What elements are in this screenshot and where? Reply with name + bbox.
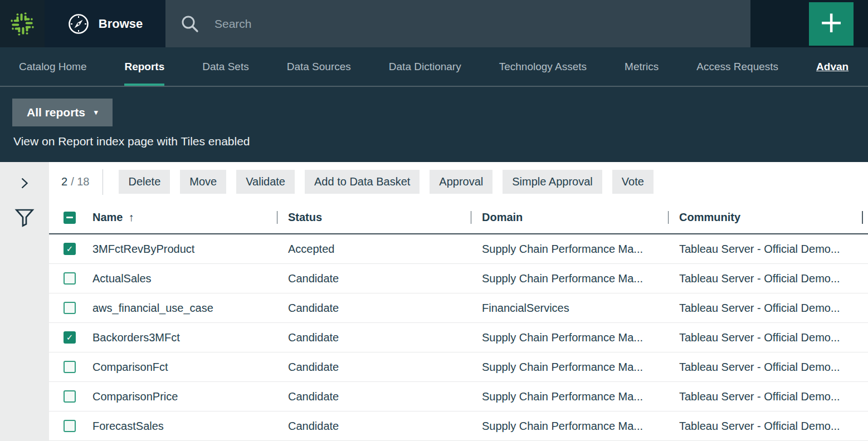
filter-sidebar (0, 162, 49, 441)
row-checkbox[interactable]: ✓ (64, 331, 76, 344)
tab-metrics[interactable]: Metrics (606, 47, 677, 86)
tab-reports[interactable]: Reports (105, 47, 183, 86)
table-header: Name↑ Status Domain Community (49, 202, 868, 234)
row-domain: Supply Chain Performance Ma... (471, 272, 668, 285)
row-checkbox[interactable] (64, 272, 76, 285)
row-name[interactable]: ComparisonFct (92, 361, 277, 374)
table-row: ComparisonFctCandidateSupply Chain Perfo… (49, 352, 868, 382)
filter-icon (14, 208, 35, 227)
filter-button[interactable] (13, 207, 36, 230)
check-icon: ✓ (66, 334, 74, 342)
bulk-actions-toolbar: 2/ 18 DeleteMoveValidateAdd to Data Bask… (49, 162, 868, 202)
table-row: ActualSalesCandidateSupply Chain Perform… (49, 264, 868, 293)
row-domain: Supply Chain Performance Ma... (471, 243, 668, 256)
row-status: Accepted (277, 243, 471, 256)
table-row: ForecastSalesCandidateSupply Chain Perfo… (49, 411, 868, 441)
content-area: 2/ 18 DeleteMoveValidateAdd to Data Bask… (0, 162, 868, 441)
row-community: Tableau Server - Official Demo... (668, 302, 868, 315)
row-domain: FinancialServices (471, 302, 668, 315)
row-status: Candidate (277, 302, 471, 315)
search-input[interactable] (214, 17, 750, 31)
row-name[interactable]: aws_financial_use_case (92, 302, 277, 315)
table-row: ✓Backorders3MFctCandidateSupply Chain Pe… (49, 323, 868, 352)
table-row: ComparisonPriceCandidateSupply Chain Per… (49, 382, 868, 411)
row-domain: Supply Chain Performance Ma... (471, 331, 668, 344)
add-to-data-basket-button[interactable]: Add to Data Basket (305, 170, 420, 194)
table-row: aws_financial_use_caseCandidateFinancial… (49, 293, 868, 323)
browse-label: Browse (99, 17, 143, 31)
row-community: Tableau Server - Official Demo... (668, 272, 868, 285)
column-header-status[interactable]: Status (277, 211, 471, 224)
topbar-right: + (750, 0, 868, 47)
indeterminate-icon (66, 217, 73, 219)
row-community: Tableau Server - Official Demo... (668, 390, 868, 403)
row-community: Tableau Server - Official Demo... (668, 331, 868, 344)
row-status: Candidate (277, 331, 471, 344)
plus-icon: + (818, 7, 843, 37)
view-selector-button[interactable]: All reports ▾ (12, 99, 113, 126)
column-label: Status (288, 211, 322, 223)
table-row: ✓3MFctRevByProductAcceptedSupply Chain P… (49, 234, 868, 264)
row-checkbox[interactable]: ✓ (64, 243, 76, 255)
row-checkbox[interactable] (64, 302, 76, 314)
validate-button[interactable]: Validate (236, 170, 295, 194)
row-name[interactable]: ComparisonPrice (92, 390, 277, 403)
row-name[interactable]: Backorders3MFct (92, 331, 277, 344)
column-label: Community (679, 211, 740, 223)
tab-technology-assets[interactable]: Technology Assets (480, 47, 606, 86)
delete-button[interactable]: Delete (119, 170, 170, 194)
browse-menu-button[interactable]: Browse (45, 0, 165, 47)
home-logo-button[interactable] (0, 0, 45, 47)
tab-access-requests[interactable]: Access Requests (677, 47, 797, 86)
bulk-actions: DeleteMoveValidateAdd to Data BasketAppr… (119, 170, 663, 194)
row-domain: Supply Chain Performance Ma... (471, 420, 668, 433)
vote-button[interactable]: Vote (612, 170, 654, 194)
row-name[interactable]: ForecastSales (92, 420, 277, 433)
collibra-logo-icon (9, 11, 35, 37)
reports-table-panel: 2/ 18 DeleteMoveValidateAdd to Data Bask… (49, 162, 868, 441)
row-community: Tableau Server - Official Demo... (668, 420, 868, 433)
tab-data-dictionary[interactable]: Data Dictionary (370, 47, 480, 86)
move-button[interactable]: Move (180, 170, 226, 194)
row-community: Tableau Server - Official Demo... (668, 361, 868, 374)
row-checkbox[interactable] (64, 420, 76, 432)
check-icon: ✓ (66, 245, 74, 253)
column-label: Name (92, 211, 123, 223)
simple-approval-button[interactable]: Simple Approval (503, 170, 602, 194)
total-count: / 18 (71, 175, 89, 188)
row-status: Candidate (277, 272, 471, 285)
row-name[interactable]: ActualSales (92, 272, 277, 285)
tab-catalog-home[interactable]: Catalog Home (0, 47, 105, 86)
primary-nav: Catalog HomeReportsData SetsData Sources… (0, 47, 868, 87)
row-checkbox[interactable] (64, 361, 76, 373)
view-selector-label: All reports (27, 106, 85, 119)
tab-data-sources[interactable]: Data Sources (268, 47, 370, 86)
compass-icon (67, 13, 90, 35)
search-icon (180, 14, 200, 34)
sort-asc-icon: ↑ (128, 211, 134, 223)
column-label: Domain (482, 211, 523, 223)
row-domain: Supply Chain Performance Ma... (471, 361, 668, 374)
selected-count: 2 (61, 175, 67, 188)
row-domain: Supply Chain Performance Ma... (471, 390, 668, 403)
row-status: Candidate (277, 420, 471, 433)
column-header-domain[interactable]: Domain (471, 211, 668, 224)
tab-data-sets[interactable]: Data Sets (183, 47, 267, 86)
row-checkbox[interactable] (64, 390, 76, 403)
view-description: View on Report index page with Tiles ena… (13, 135, 868, 148)
toolbar-divider (103, 169, 103, 195)
column-header-name[interactable]: Name↑ (92, 211, 277, 224)
row-status: Candidate (277, 390, 471, 403)
row-status: Candidate (277, 361, 471, 374)
approval-button[interactable]: Approval (430, 170, 492, 194)
top-bar: Browse + (0, 0, 868, 47)
row-name[interactable]: 3MFctRevByProduct (92, 243, 277, 256)
tab-advan[interactable]: Advan (797, 47, 867, 86)
column-header-community[interactable]: Community (668, 211, 868, 224)
table-body: ✓3MFctRevByProductAcceptedSupply Chain P… (49, 234, 868, 441)
select-all-checkbox[interactable] (64, 212, 76, 224)
add-asset-button[interactable]: + (809, 2, 854, 46)
expand-sidebar-button[interactable] (18, 175, 31, 193)
chevron-right-icon (19, 177, 30, 190)
view-header: All reports ▾ View on Report index page … (0, 87, 868, 162)
